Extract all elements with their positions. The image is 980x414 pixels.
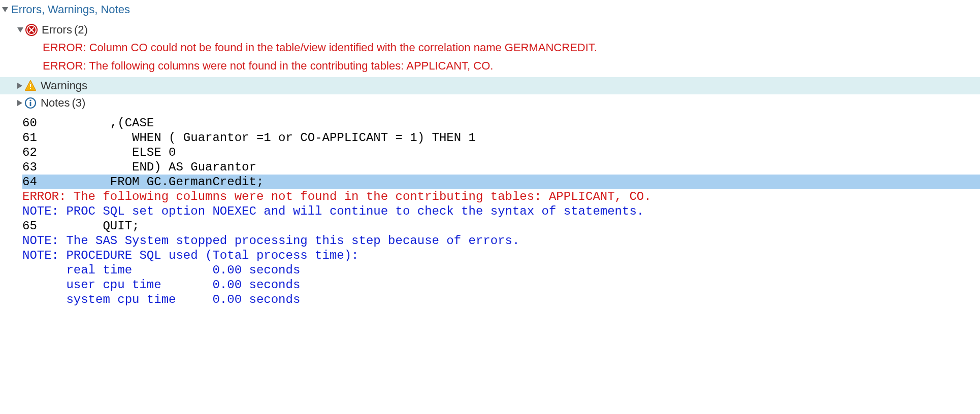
svg-rect-2 xyxy=(30,84,31,87)
collapse-icon[interactable] xyxy=(17,27,23,32)
log-line: 65 QUIT; xyxy=(22,219,980,233)
log-line: 64 FROM GC.GermanCredit; xyxy=(22,175,980,189)
log-line: NOTE: PROC SQL set option NOEXEC and wil… xyxy=(22,204,980,219)
notes-section-header[interactable]: Notes (3) xyxy=(0,94,980,112)
svg-point-5 xyxy=(29,100,31,101)
log-line: ERROR: The following columns were not fo… xyxy=(22,189,980,204)
svg-rect-6 xyxy=(30,102,31,106)
log-line: 63 END) AS Guarantor xyxy=(22,160,980,175)
log-line: NOTE: PROCEDURE SQL used (Total process … xyxy=(22,248,980,263)
log-line: system cpu time 0.00 seconds xyxy=(22,292,980,307)
errors-label: Errors xyxy=(41,21,72,39)
expand-icon[interactable] xyxy=(17,83,22,89)
errors-section-header[interactable]: Errors (2) xyxy=(0,21,980,39)
panel-title: Errors, Warnings, Notes xyxy=(8,1,130,18)
log-line: real time 0.00 seconds xyxy=(22,263,980,278)
error-icon xyxy=(25,24,38,36)
warning-icon xyxy=(24,80,37,92)
collapse-icon[interactable] xyxy=(2,7,8,12)
notes-count: (3) xyxy=(70,94,85,112)
log-line: 60 ,(CASE xyxy=(22,116,980,130)
errors-count: (2) xyxy=(72,21,88,39)
expand-icon[interactable] xyxy=(17,100,22,106)
log-line: 61 WHEN ( Guarantor =1 or CO-APPLICANT =… xyxy=(22,130,980,145)
info-icon xyxy=(24,97,37,109)
svg-rect-3 xyxy=(30,88,31,89)
notes-label: Notes xyxy=(40,94,70,112)
warnings-section-header[interactable]: Warnings xyxy=(0,77,980,94)
log-summary-panel: Errors, Warnings, Notes Errors (2) ERROR… xyxy=(0,0,980,414)
error-message[interactable]: ERROR: Column CO could not be found in t… xyxy=(0,39,980,57)
header-row[interactable]: Errors, Warnings, Notes xyxy=(0,1,980,18)
log-line: NOTE: The SAS System stopped processing … xyxy=(22,233,980,248)
log-line: user cpu time 0.00 seconds xyxy=(22,278,980,292)
log-body[interactable]: 60 ,(CASE61 WHEN ( Guarantor =1 or CO-AP… xyxy=(0,112,980,307)
log-line: 62 ELSE 0 xyxy=(22,145,980,160)
error-message[interactable]: ERROR: The following columns were not fo… xyxy=(0,57,980,75)
warnings-label: Warnings xyxy=(40,77,87,94)
